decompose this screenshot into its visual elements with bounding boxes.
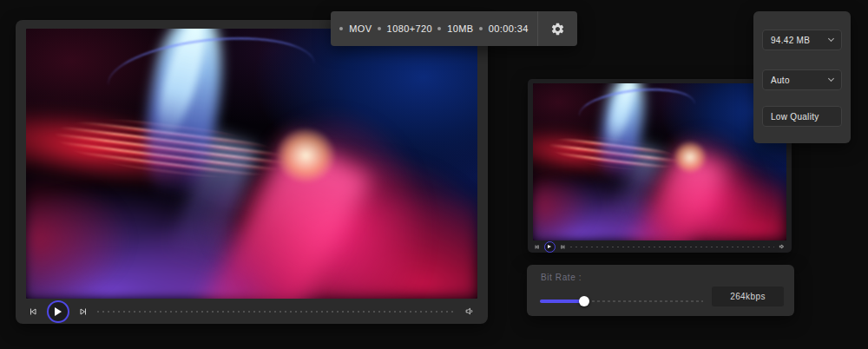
skip-back-icon[interactable]	[28, 306, 38, 317]
output-size-dropdown[interactable]: 94.42 MB	[762, 30, 842, 50]
bullet-dot-icon	[378, 27, 381, 30]
bitrate-value-box: 264kbps	[712, 286, 784, 306]
resolution-dropdown[interactable]: Auto	[762, 69, 842, 90]
main-video-display	[26, 29, 477, 299]
volume-icon[interactable]	[779, 243, 786, 250]
quality-button[interactable]: Low Quality	[762, 106, 842, 127]
skip-back-icon[interactable]	[534, 244, 540, 250]
video-converter-app: { "toolbar": { "items": ["MOV", "1080+72…	[0, 0, 868, 349]
play-icon	[55, 307, 64, 316]
resolution-value: Auto	[771, 76, 790, 85]
settings-button[interactable]	[537, 11, 577, 46]
seek-bar[interactable]	[97, 311, 456, 313]
chevron-down-icon	[828, 36, 834, 42]
duration-item: 00:00:34	[479, 23, 529, 34]
slider-thumb[interactable]	[579, 296, 589, 306]
output-size-value: 94.42 MB	[771, 36, 810, 45]
quality-label: Low Quality	[771, 112, 819, 122]
bitrate-label: Bit Rate :	[541, 273, 582, 282]
bitrate-value: 264kbps	[730, 292, 766, 301]
bullet-dot-icon	[437, 27, 441, 30]
file-info-toolbar: MOV 1080+720 10MB 00:00:34	[331, 11, 577, 46]
bitrate-slider[interactable]	[540, 296, 703, 306]
skip-forward-icon[interactable]	[560, 244, 566, 250]
preview-video-player	[528, 79, 792, 253]
preview-video-display	[533, 83, 786, 240]
play-button[interactable]	[47, 300, 69, 323]
bitrate-panel: Bit Rate : 264kbps	[527, 265, 794, 316]
file-info-items: MOV 1080+720 10MB 00:00:34	[331, 11, 537, 46]
file-size-item: 10MB	[437, 23, 473, 34]
preview-player-controls	[534, 240, 786, 253]
seek-bar[interactable]	[570, 247, 774, 247]
main-video-player	[16, 20, 488, 324]
play-button[interactable]	[544, 241, 556, 253]
bullet-dot-icon	[479, 27, 483, 30]
play-icon	[548, 245, 554, 248]
main-player-controls	[28, 299, 476, 324]
file-format-label: MOV	[349, 23, 372, 34]
file-size-label: 10MB	[447, 23, 473, 34]
file-format-item: MOV	[339, 23, 372, 34]
skip-forward-icon[interactable]	[78, 306, 89, 317]
resolution-label: 1080+720	[387, 23, 432, 34]
gear-icon	[550, 22, 565, 36]
duration-label: 00:00:34	[489, 23, 529, 34]
output-settings-panel: 94.42 MB Auto Low Quality	[753, 11, 851, 143]
slider-fill	[540, 300, 584, 303]
resolution-item: 1080+720	[378, 23, 432, 34]
chevron-down-icon	[828, 76, 834, 82]
bullet-dot-icon	[339, 27, 343, 30]
volume-icon[interactable]	[464, 306, 476, 317]
